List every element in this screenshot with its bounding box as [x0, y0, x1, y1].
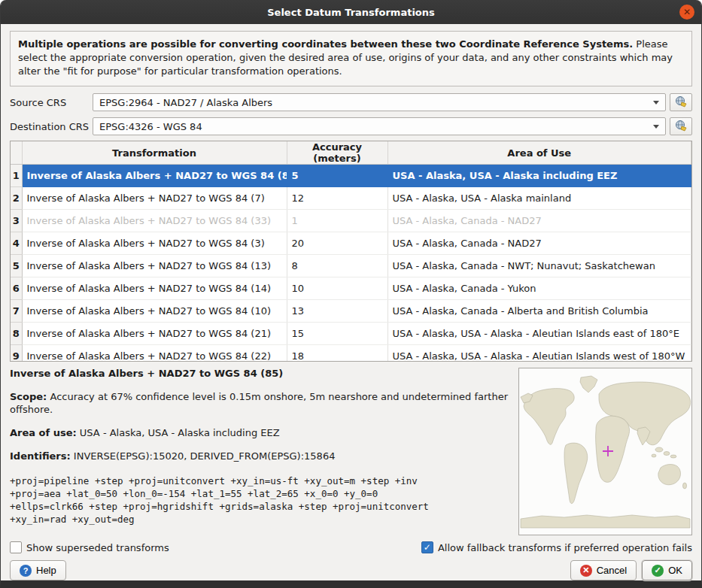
area-of-use-text: USA - Alaska, USA - Alaska including EEZ	[77, 427, 280, 438]
cancel-icon: ✕	[580, 565, 592, 577]
area-cell[interactable]: USA - Alaska, USA - Alaska mainland	[387, 187, 691, 210]
identifiers-paragraph: Identifiers: INVERSE(EPSG):15020, DERIVE…	[10, 450, 508, 462]
transformation-row[interactable]: 6 Inverse of Alaska Albers + NAD27 to WG…	[11, 277, 691, 300]
transformation-cell[interactable]: Inverse of Alaska Albers + NAD27 to WGS …	[22, 323, 287, 345]
cancel-button[interactable]: ✕ Cancel	[570, 560, 637, 580]
accuracy-cell[interactable]: 1	[287, 210, 387, 232]
source-crs-picker-button[interactable]	[670, 93, 692, 111]
transformation-row[interactable]: 7 Inverse of Alaska Albers + NAD27 to WG…	[11, 300, 691, 323]
column-header-accuracy[interactable]: Accuracy (meters)	[287, 141, 387, 165]
close-icon[interactable]: ✕	[679, 5, 694, 20]
source-crs-row: Source CRS EPSG:2964 - NAD27 / Alaska Al…	[10, 93, 692, 111]
transformation-cell[interactable]: Inverse of Alaska Albers + NAD27 to WGS …	[22, 255, 287, 277]
transformation-cell[interactable]: Inverse of Alaska Albers + NAD27 to WGS …	[22, 165, 287, 187]
dialog-content: Multiple operations are possible for con…	[1, 24, 701, 580]
transformation-row[interactable]: 3 Inverse of Alaska Albers + NAD27 to WG…	[11, 210, 691, 232]
details-panel: Inverse of Alaska Albers + NAD27 to WGS …	[10, 368, 692, 535]
accuracy-cell[interactable]: 10	[287, 277, 387, 300]
source-crs-label: Source CRS	[10, 97, 93, 108]
transformation-row[interactable]: 4 Inverse of Alaska Albers + NAD27 to WG…	[11, 232, 691, 255]
row-number: 7	[11, 300, 22, 323]
options-row: Show superseded transforms ✓ Allow fallb…	[10, 540, 692, 555]
ok-icon: ✓	[652, 565, 664, 577]
scope-text: Accuracy at 67% confidence level is 0.15…	[10, 391, 508, 415]
row-number: 3	[11, 210, 22, 232]
allow-fallback-checkbox[interactable]: ✓ Allow fallback transforms if preferred…	[421, 541, 692, 553]
row-number: 4	[11, 232, 22, 255]
transformation-cell[interactable]: Inverse of Alaska Albers + NAD27 to WGS …	[22, 277, 287, 300]
area-of-use-paragraph: Area of use: USA - Alaska, USA - Alaska …	[10, 426, 508, 439]
accuracy-cell[interactable]: 12	[287, 187, 387, 210]
row-number: 1	[11, 165, 22, 187]
chevron-down-icon	[653, 101, 659, 105]
world-map	[519, 368, 691, 535]
accuracy-cell[interactable]: 8	[287, 255, 387, 277]
area-of-use-map-preview	[518, 368, 692, 535]
row-number: 6	[11, 277, 22, 300]
show-superseded-label: Show superseded transforms	[26, 542, 169, 553]
cancel-button-label: Cancel	[597, 565, 627, 576]
transformation-row[interactable]: 5 Inverse of Alaska Albers + NAD27 to WG…	[11, 255, 691, 277]
transformation-cell[interactable]: Inverse of Alaska Albers + NAD27 to WGS …	[22, 300, 287, 323]
transformation-cell[interactable]: Inverse of Alaska Albers + NAD27 to WGS …	[22, 210, 287, 232]
transformations-table: Transformation Accuracy (meters) Area of…	[10, 141, 692, 362]
column-header-transformation[interactable]: Transformation	[22, 141, 287, 165]
destination-crs-value: EPSG:4326 - WGS 84	[99, 121, 202, 132]
help-button-label: Help	[36, 565, 56, 576]
crs-picker-icon	[675, 120, 687, 134]
area-cell[interactable]: USA - Alaska, USA - Alaska - Aleutian Is…	[387, 345, 691, 362]
column-header-area-of-use[interactable]: Area of Use	[387, 141, 691, 165]
destination-crs-row: Destination CRS EPSG:4326 - WGS 84	[10, 117, 692, 135]
area-cell[interactable]: USA - Alaska, Canada - NAD27	[387, 232, 691, 255]
chevron-down-icon	[653, 125, 659, 129]
checkbox-checked-icon[interactable]: ✓	[421, 541, 433, 553]
area-of-use-label: Area of use:	[10, 427, 77, 438]
checkbox-unchecked-icon[interactable]	[10, 541, 22, 553]
table-header-row: Transformation Accuracy (meters) Area of…	[11, 141, 691, 165]
row-number: 8	[11, 323, 22, 345]
area-cell[interactable]: USA - Alaska, Canada - NWT; Nunavut; Sas…	[387, 255, 691, 277]
accuracy-cell[interactable]: 15	[287, 323, 387, 345]
row-number: 2	[11, 187, 22, 210]
identifiers-label: Identifiers:	[10, 450, 71, 462]
scope-paragraph: Scope: Accuracy at 67% confidence level …	[10, 390, 508, 416]
destination-crs-picker-button[interactable]	[670, 117, 692, 135]
identifiers-text: INVERSE(EPSG):15020, DERIVED_FROM(EPSG):…	[71, 450, 336, 462]
area-cell[interactable]: USA - Alaska, Canada - Alberta and Briti…	[387, 300, 691, 323]
scope-label: Scope:	[10, 391, 47, 402]
transformation-cell[interactable]: Inverse of Alaska Albers + NAD27 to WGS …	[22, 187, 287, 210]
crs-picker-icon	[675, 95, 687, 110]
destination-crs-label: Destination CRS	[10, 121, 93, 132]
transformation-cell[interactable]: Inverse of Alaska Albers + NAD27 to WGS …	[22, 232, 287, 255]
area-cell[interactable]: USA - Alaska, USA - Alaska including EEZ	[387, 165, 691, 187]
source-crs-value: EPSG:2964 - NAD27 / Alaska Albers	[99, 97, 272, 108]
destination-crs-combobox[interactable]: EPSG:4326 - WGS 84	[93, 117, 666, 135]
selected-transformation-title: Inverse of Alaska Albers + NAD27 to WGS …	[10, 368, 508, 379]
select-datum-transformations-dialog: Select Datum Transformations ✕ Multiple …	[0, 0, 702, 588]
area-cell[interactable]: USA - Alaska, Canada - NAD27	[387, 210, 691, 232]
ok-button[interactable]: ✓ OK	[642, 560, 692, 580]
area-cell[interactable]: USA - Alaska, Canada - Yukon	[387, 277, 691, 300]
allow-fallback-label: Allow fallback transforms if preferred o…	[438, 542, 692, 553]
source-crs-combobox[interactable]: EPSG:2964 - NAD27 / Alaska Albers	[93, 93, 666, 111]
accuracy-cell[interactable]: 18	[287, 345, 387, 362]
transformation-row[interactable]: 9 Inverse of Alaska Albers + NAD27 to WG…	[11, 345, 691, 362]
row-number: 9	[11, 345, 22, 362]
help-button[interactable]: ? Help	[10, 560, 66, 580]
transformation-cell[interactable]: Inverse of Alaska Albers + NAD27 to WGS …	[22, 345, 287, 362]
titlebar: Select Datum Transformations ✕	[1, 0, 701, 24]
intro-bold-text: Multiple operations are possible for con…	[18, 38, 633, 50]
transformation-row[interactable]: 8 Inverse of Alaska Albers + NAD27 to WG…	[11, 323, 691, 345]
row-number: 5	[11, 255, 22, 277]
intro-message: Multiple operations are possible for con…	[10, 31, 692, 86]
accuracy-cell[interactable]: 5	[287, 165, 387, 187]
area-cell[interactable]: USA - Alaska, USA - Alaska - Aleutian Is…	[387, 323, 691, 345]
details-text: Inverse of Alaska Albers + NAD27 to WGS …	[10, 368, 518, 535]
proj-string: +proj=pipeline +step +proj=unitconvert +…	[10, 474, 508, 526]
accuracy-cell[interactable]: 20	[287, 232, 387, 255]
show-superseded-checkbox[interactable]: Show superseded transforms	[10, 541, 169, 553]
dialog-button-row: ? Help ✕ Cancel ✓ OK	[10, 560, 692, 580]
transformation-row[interactable]: 1 Inverse of Alaska Albers + NAD27 to WG…	[11, 165, 691, 187]
transformation-row[interactable]: 2 Inverse of Alaska Albers + NAD27 to WG…	[11, 187, 691, 210]
accuracy-cell[interactable]: 13	[287, 300, 387, 323]
